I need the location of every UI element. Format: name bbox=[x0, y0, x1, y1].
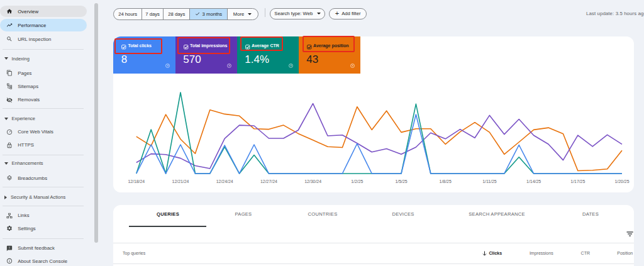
svg-text:?: ? bbox=[352, 64, 353, 67]
svg-text:12/18/24: 12/18/24 bbox=[128, 179, 145, 184]
svg-text:12/27/24: 12/27/24 bbox=[260, 179, 277, 184]
svg-text:1/5/25: 1/5/25 bbox=[395, 179, 407, 184]
svg-text:?: ? bbox=[167, 64, 169, 67]
svg-text:1/17/25: 1/17/25 bbox=[570, 179, 585, 184]
svg-text:1/8/25: 1/8/25 bbox=[440, 179, 452, 184]
svg-text:?: ? bbox=[290, 64, 292, 67]
svg-text:1/20/25: 1/20/25 bbox=[615, 179, 630, 184]
svg-text:?: ? bbox=[228, 64, 230, 67]
svg-text:12/24/24: 12/24/24 bbox=[216, 179, 233, 184]
svg-text:1/11/25: 1/11/25 bbox=[482, 179, 497, 184]
svg-text:12/21/24: 12/21/24 bbox=[172, 179, 189, 184]
svg-text:1/14/25: 1/14/25 bbox=[526, 179, 541, 184]
svg-text:1/2/25: 1/2/25 bbox=[351, 179, 363, 184]
svg-text:12/30/24: 12/30/24 bbox=[304, 179, 321, 184]
